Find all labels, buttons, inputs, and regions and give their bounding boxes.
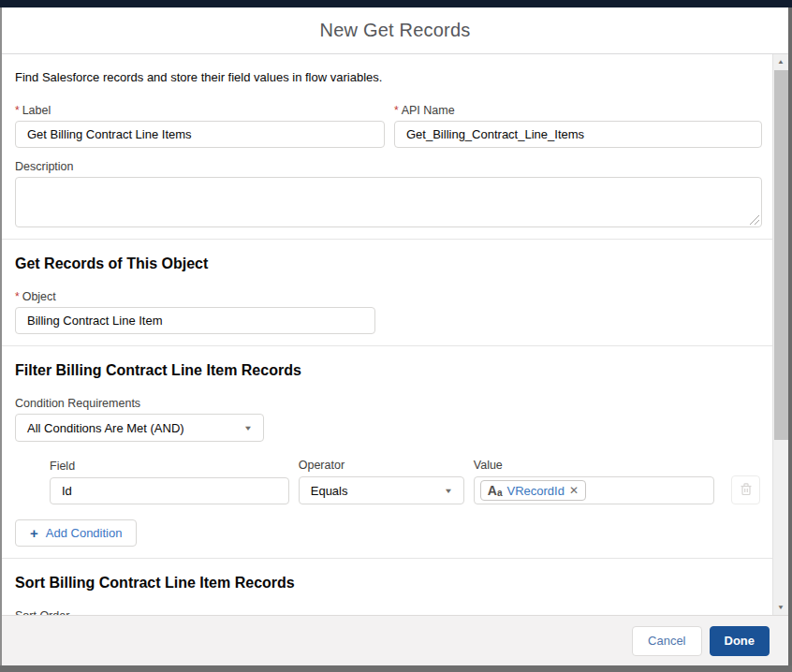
done-button[interactable]: Done bbox=[710, 626, 770, 656]
api-name-input[interactable] bbox=[394, 121, 762, 148]
textarea-resize-handle[interactable] bbox=[750, 215, 759, 225]
condition-row: Field Operator Equals ▼ Value bbox=[50, 459, 760, 504]
modal-body: Find Salesforce records and store their … bbox=[2, 54, 788, 615]
delete-condition-button[interactable] bbox=[731, 475, 760, 504]
background-right-edge bbox=[788, 7, 792, 672]
new-get-records-modal: New Get Records Find Salesforce records … bbox=[2, 7, 788, 665]
chevron-down-icon: ▼ bbox=[243, 424, 253, 431]
background-top-bar bbox=[0, 0, 792, 7]
modal-scroll-content: Find Salesforce records and store their … bbox=[2, 54, 772, 615]
condition-value-label: Value bbox=[474, 459, 715, 472]
cancel-button[interactable]: Cancel bbox=[632, 626, 701, 656]
condition-operator-value: Equals bbox=[311, 484, 348, 498]
trash-icon bbox=[740, 482, 753, 499]
sort-section: Sort Billing Contract Line Item Records … bbox=[2, 559, 772, 615]
description-textarea[interactable] bbox=[15, 177, 762, 227]
api-name-field-group: *API Name bbox=[394, 104, 762, 148]
condition-field-input[interactable] bbox=[50, 477, 289, 504]
text-type-icon: Aa bbox=[488, 484, 503, 497]
condition-requirements-value: All Conditions Are Met (AND) bbox=[27, 421, 184, 435]
object-field-label: *Object bbox=[15, 290, 760, 303]
modal-title: New Get Records bbox=[320, 20, 471, 41]
background-bottom-edge bbox=[0, 665, 792, 672]
modal-footer: Cancel Done bbox=[2, 615, 788, 665]
description-field-label: Description bbox=[15, 160, 760, 173]
label-field-label: *Label bbox=[15, 104, 385, 117]
sort-order-label: Sort Order bbox=[15, 609, 760, 615]
filter-section: Filter Billing Contract Line Item Record… bbox=[2, 346, 772, 559]
condition-operator-combobox[interactable]: Equals ▼ bbox=[299, 476, 464, 504]
add-condition-button[interactable]: + Add Condition bbox=[15, 519, 137, 547]
condition-requirements-label: Condition Requirements bbox=[15, 397, 760, 410]
filter-section-heading: Filter Billing Contract Line Item Record… bbox=[15, 346, 760, 379]
condition-requirements-combobox[interactable]: All Conditions Are Met (AND) ▼ bbox=[15, 414, 264, 442]
background-left-edge bbox=[0, 7, 2, 672]
condition-operator-group: Operator Equals ▼ bbox=[299, 459, 464, 504]
pill-remove-icon[interactable]: ✕ bbox=[569, 485, 579, 496]
condition-value-input[interactable]: Aa VRecordId ✕ bbox=[474, 476, 715, 504]
required-asterisk: * bbox=[15, 104, 20, 117]
condition-field-label: Field bbox=[50, 460, 289, 473]
label-input[interactable] bbox=[15, 121, 385, 148]
plus-icon: + bbox=[30, 526, 38, 540]
object-section-heading: Get Records of This Object bbox=[15, 240, 760, 272]
object-section: Get Records of This Object *Object bbox=[2, 240, 772, 346]
object-input[interactable] bbox=[15, 307, 375, 334]
api-name-field-label: *API Name bbox=[394, 104, 762, 117]
value-pill-text: VRecordId bbox=[506, 484, 564, 498]
required-asterisk: * bbox=[15, 290, 20, 303]
required-asterisk: * bbox=[394, 104, 399, 117]
basic-info-section: Find Salesforce records and store their … bbox=[2, 70, 772, 240]
vertical-scrollbar[interactable]: ▲ ▼ bbox=[772, 54, 788, 615]
label-field-group: *Label bbox=[15, 104, 385, 148]
condition-value-group: Value Aa VRecordId ✕ bbox=[474, 459, 715, 504]
scrollbar-thumb[interactable] bbox=[774, 70, 788, 440]
modal-header: New Get Records bbox=[2, 7, 788, 54]
intro-text: Find Salesforce records and store their … bbox=[15, 70, 760, 84]
scroll-down-icon[interactable]: ▼ bbox=[773, 602, 789, 614]
chevron-down-icon: ▼ bbox=[444, 487, 453, 494]
condition-operator-label: Operator bbox=[299, 459, 464, 472]
description-textarea-wrap bbox=[15, 177, 762, 227]
scroll-up-icon[interactable]: ▲ bbox=[773, 56, 789, 68]
value-pill[interactable]: Aa VRecordId ✕ bbox=[480, 480, 586, 501]
sort-section-heading: Sort Billing Contract Line Item Records bbox=[15, 559, 760, 592]
condition-field-group: Field bbox=[50, 460, 289, 504]
